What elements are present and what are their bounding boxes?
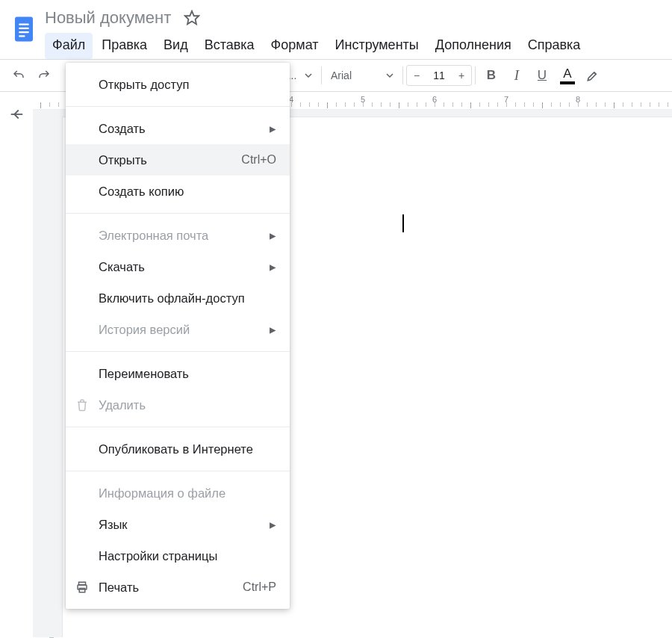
separator <box>402 66 403 84</box>
menu-help[interactable]: Справка <box>520 33 588 59</box>
highlight-button[interactable] <box>580 64 606 87</box>
shortcut-label: Ctrl+O <box>241 153 276 167</box>
svg-rect-4 <box>19 35 25 37</box>
star-icon <box>184 10 200 26</box>
text-color-icon: A <box>563 67 571 80</box>
arrow-left-icon <box>8 106 25 123</box>
menu-language[interactable]: Язык ▸ <box>66 509 290 540</box>
undo-icon <box>12 69 25 82</box>
menu-view[interactable]: Вид <box>156 33 196 59</box>
undo-button[interactable] <box>6 64 31 87</box>
menu-separator <box>66 351 290 352</box>
menu-publish[interactable]: Опубликовать в Интернете <box>66 433 290 465</box>
menu-rename[interactable]: Переименовать <box>66 358 290 389</box>
bold-button[interactable]: B <box>479 64 504 87</box>
shortcut-label: Ctrl+P <box>243 580 276 594</box>
chevron-down-icon <box>305 72 312 79</box>
menu-make-copy[interactable]: Создать копию <box>66 176 290 207</box>
text-cursor <box>402 214 404 232</box>
submenu-arrow-icon: ▸ <box>270 518 276 532</box>
highlighter-icon <box>585 68 600 83</box>
menu-email: Электронная почта ▸ <box>66 220 290 251</box>
menu-tools[interactable]: Инструменты <box>328 33 426 59</box>
svg-rect-1 <box>19 24 29 25</box>
svg-rect-2 <box>19 28 29 29</box>
menu-new[interactable]: Создать ▸ <box>66 113 290 144</box>
menu-separator <box>66 106 290 107</box>
menu-page-setup[interactable]: Настройки страницы <box>66 540 290 572</box>
svg-marker-5 <box>185 11 199 24</box>
trash-icon <box>75 397 90 412</box>
chevron-down-icon <box>386 72 393 79</box>
svg-rect-3 <box>19 31 29 33</box>
menu-separator <box>66 427 290 427</box>
font-name-label: Arial <box>331 69 352 81</box>
font-size-input[interactable]: 11 <box>426 69 452 81</box>
menu-download[interactable]: Скачать ▸ <box>66 251 290 282</box>
underline-button[interactable]: U <box>529 64 555 87</box>
document-title[interactable]: Новый документ <box>45 8 171 28</box>
font-size-increase[interactable]: + <box>452 65 471 86</box>
redo-button[interactable] <box>31 64 57 87</box>
menu-file-info: Информация о файле <box>66 477 290 509</box>
font-size-group: − 11 + <box>406 65 472 86</box>
submenu-arrow-icon: ▸ <box>270 229 276 243</box>
star-button[interactable] <box>181 7 202 28</box>
font-family-select[interactable]: Arial <box>325 64 399 87</box>
separator <box>321 66 322 84</box>
menu-format[interactable]: Формат <box>264 33 326 59</box>
menubar: Файл Правка Вид Вставка Формат Инструмен… <box>45 33 663 59</box>
submenu-arrow-icon: ▸ <box>270 260 276 274</box>
submenu-arrow-icon: ▸ <box>270 122 276 136</box>
menu-print[interactable]: Печать Ctrl+P <box>66 572 290 603</box>
separator <box>475 66 476 84</box>
menu-separator <box>66 213 290 214</box>
italic-icon: I <box>514 67 519 84</box>
italic-button[interactable]: I <box>504 64 529 87</box>
print-icon <box>75 580 90 595</box>
font-size-decrease[interactable]: − <box>407 65 426 86</box>
outline-toggle[interactable] <box>4 102 28 126</box>
menu-delete: Удалить <box>66 389 290 421</box>
menu-addons[interactable]: Дополнения <box>428 33 519 59</box>
text-color-button[interactable]: A <box>555 64 580 87</box>
menu-file[interactable]: Файл <box>45 33 93 59</box>
underline-icon: U <box>538 68 547 83</box>
submenu-arrow-icon: ▸ <box>270 323 276 337</box>
bold-icon: B <box>487 68 496 83</box>
menu-share[interactable]: Открыть доступ <box>66 69 290 100</box>
menu-version-history: История версий ▸ <box>66 314 290 345</box>
redo-icon <box>37 69 51 82</box>
menu-open[interactable]: Открыть Ctrl+O <box>66 144 290 176</box>
file-menu-dropdown: Открыть доступ Создать ▸ Открыть Ctrl+O … <box>66 63 290 609</box>
menu-edit[interactable]: Правка <box>94 33 155 59</box>
menu-offline[interactable]: Включить офлайн-доступ <box>66 282 290 314</box>
menu-insert[interactable]: Вставка <box>197 33 262 59</box>
docs-logo[interactable] <box>9 9 39 49</box>
menu-separator <box>66 471 290 471</box>
